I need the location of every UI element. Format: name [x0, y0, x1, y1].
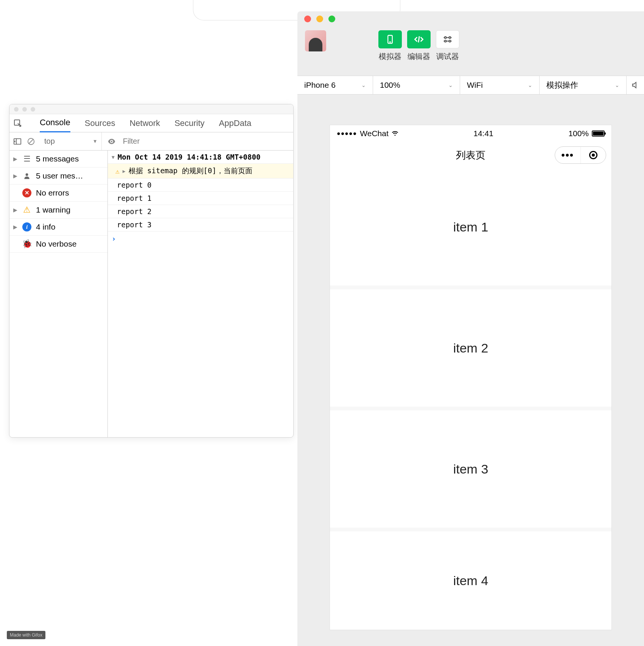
- caret-icon: ▶: [13, 224, 18, 230]
- window-minimize-inactive[interactable]: [22, 107, 27, 112]
- wifi-icon: [392, 130, 398, 137]
- console-timestamp-row[interactable]: ▼ Mon Oct 14 2019 14:41:18 GMT+0800: [108, 151, 293, 164]
- sidebar-errors[interactable]: ✕ No errors: [9, 185, 107, 202]
- panel-toggle-icon[interactable]: [13, 137, 22, 146]
- tab-sources[interactable]: Sources: [85, 115, 115, 132]
- svg-point-5: [111, 141, 112, 142]
- window-close-inactive[interactable]: [14, 107, 19, 112]
- sidebar-messages[interactable]: ▶ ☰ 5 messages: [9, 151, 107, 168]
- sidebar-warnings-label: 1 warning: [36, 205, 70, 214]
- console-sidebar: ▶ ☰ 5 messages ▶ 5 user mes… ✕ No errors…: [9, 151, 108, 437]
- info-icon: i: [22, 222, 31, 231]
- console-prompt[interactable]: ›: [108, 231, 293, 246]
- signal-dots-icon: ●●●●●: [337, 130, 357, 137]
- capsule-close-button[interactable]: [581, 147, 606, 163]
- window-close-button[interactable]: [304, 16, 311, 22]
- sidebar-info[interactable]: ▶ i 4 info: [9, 219, 107, 236]
- warning-icon: ⚠: [22, 205, 31, 214]
- operation-selector[interactable]: 模拟操作 ⌄: [540, 76, 627, 94]
- chevron-down-icon: ▼: [93, 138, 98, 144]
- sidebar-info-label: 4 info: [36, 222, 55, 231]
- inspect-element-icon[interactable]: [13, 119, 22, 128]
- capsule-more-button[interactable]: •••: [555, 147, 581, 163]
- simulator-button[interactable]: [378, 30, 402, 48]
- tab-security[interactable]: Security: [174, 115, 204, 132]
- debugger-button[interactable]: [436, 30, 459, 48]
- zoom-selector[interactable]: 100% ⌄: [373, 76, 460, 94]
- tab-console[interactable]: Console: [40, 114, 70, 132]
- watermark-text: Made with Gifox: [10, 632, 42, 638]
- list-item[interactable]: item 3: [330, 410, 611, 528]
- list-item[interactable]: item 2: [330, 289, 611, 407]
- svg-point-14: [445, 40, 446, 42]
- warning-icon: ⚠: [115, 167, 120, 175]
- sidebar-user-label: 5 user mes…: [36, 171, 83, 180]
- window-zoom-button[interactable]: [328, 16, 335, 22]
- avatar[interactable]: [305, 30, 326, 51]
- filter-input[interactable]: [121, 135, 197, 147]
- network-label: WiFi: [467, 81, 483, 90]
- live-expression-icon[interactable]: [107, 137, 116, 146]
- console-log-row[interactable]: report 0: [108, 179, 293, 192]
- error-icon: ✕: [22, 188, 31, 197]
- caret-icon: ▶: [13, 207, 18, 213]
- sidebar-user-messages[interactable]: ▶ 5 user mes…: [9, 168, 107, 185]
- console-log-row[interactable]: report 1: [108, 192, 293, 205]
- console-log-row[interactable]: report 3: [108, 218, 293, 231]
- sidebar-warnings[interactable]: ▶ ⚠ 1 warning: [9, 202, 107, 219]
- console-log-text: report 0: [117, 181, 152, 189]
- ide-toolbar: 模拟器 编辑器 调试器: [297, 26, 644, 76]
- chevron-down-icon: ⌄: [528, 82, 532, 88]
- user-icon: [22, 171, 31, 180]
- list-item[interactable]: item 4: [330, 531, 611, 630]
- ide-selectors: iPhone 6 ⌄ 100% ⌄ WiFi ⌄ 模拟操作 ⌄: [297, 76, 644, 95]
- status-bar: ●●●●● WeChat 14:41 100%: [330, 125, 611, 142]
- devtools-titlebar: [9, 104, 293, 114]
- list-icon: ☰: [22, 154, 31, 163]
- svg-point-15: [449, 40, 451, 42]
- svg-line-4: [29, 139, 33, 143]
- nav-bar: 列表页 •••: [330, 142, 611, 168]
- debugger-label: 调试器: [436, 51, 459, 62]
- simulator-label: 模拟器: [379, 51, 401, 62]
- window-zoom-inactive[interactable]: [31, 107, 35, 112]
- editor-button[interactable]: [407, 30, 431, 48]
- sidebar-verbose-label: No verbose: [36, 239, 76, 248]
- list-area[interactable]: item 1 item 2 item 3 item 4: [330, 168, 611, 630]
- list-item[interactable]: item 1: [330, 168, 611, 286]
- network-selector[interactable]: WiFi ⌄: [460, 76, 540, 94]
- context-selector[interactable]: top ▼: [40, 132, 102, 150]
- tab-network[interactable]: Network: [129, 115, 160, 132]
- chevron-down-icon: ⌄: [361, 82, 366, 88]
- clear-console-icon[interactable]: [27, 137, 35, 146]
- caret-icon: ▶: [13, 173, 18, 179]
- ide-titlebar: [297, 11, 644, 26]
- ide-window: 模拟器 编辑器 调试器 iPhone 6 ⌄ 100% ⌄: [297, 11, 644, 646]
- console-log-row[interactable]: report 2: [108, 205, 293, 218]
- console-toolbar: top ▼: [9, 132, 293, 151]
- nav-title: 列表页: [456, 149, 485, 162]
- sound-button[interactable]: [627, 76, 644, 94]
- simulator-container: ●●●●● WeChat 14:41 100% 列表页 ••• item 1: [297, 95, 644, 630]
- caret-down-icon: ▼: [112, 154, 115, 160]
- zoom-label: 100%: [380, 81, 400, 90]
- caret-icon: ▶: [13, 156, 18, 162]
- device-selector[interactable]: iPhone 6 ⌄: [297, 76, 373, 94]
- console-warning-row[interactable]: ⚠ ▶ 根据 sitemap 的规则[0]，当前页面: [108, 164, 293, 179]
- sidebar-messages-label: 5 messages: [36, 154, 79, 163]
- console-timestamp: Mon Oct 14 2019 14:41:18 GMT+0800: [118, 153, 261, 161]
- console-log-text: report 1: [117, 194, 152, 202]
- console-log-text: report 3: [117, 221, 152, 229]
- console-log-text: report 2: [117, 207, 152, 216]
- chevron-down-icon: ⌄: [448, 82, 453, 88]
- svg-point-6: [26, 173, 28, 176]
- console-output: ▼ Mon Oct 14 2019 14:41:18 GMT+0800 ⚠ ▶ …: [108, 151, 293, 437]
- window-minimize-button[interactable]: [316, 16, 323, 22]
- operation-label: 模拟操作: [546, 80, 578, 90]
- sidebar-errors-label: No errors: [36, 188, 69, 197]
- battery-percent: 100%: [568, 129, 589, 138]
- device-label: iPhone 6: [304, 81, 336, 90]
- tab-appdata[interactable]: AppData: [219, 115, 252, 132]
- sidebar-verbose[interactable]: 🐞 No verbose: [9, 236, 107, 253]
- status-time: 14:41: [473, 129, 493, 138]
